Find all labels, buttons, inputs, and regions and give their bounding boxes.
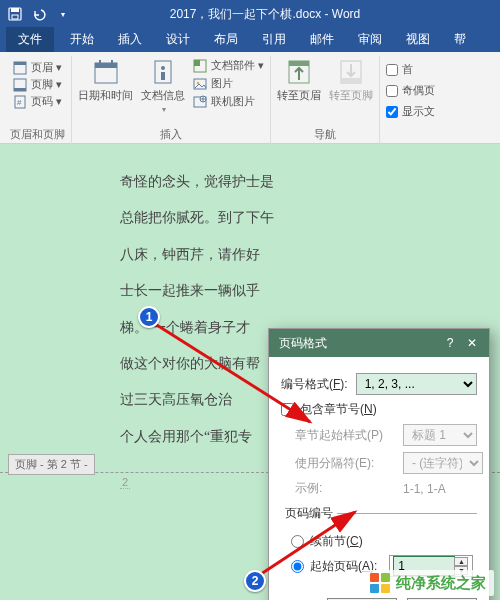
header-button[interactable]: 页眉 ▾ (13, 60, 62, 75)
example-label: 示例: (295, 480, 395, 497)
ribbon-options-group: 首 奇偶页 显示文 (380, 56, 441, 144)
dialog-titlebar[interactable]: 页码格式 ? ✕ (269, 329, 489, 357)
svg-rect-15 (161, 72, 165, 80)
tab-insert[interactable]: 插入 (106, 27, 154, 52)
dialog-close-icon[interactable]: ✕ (461, 332, 483, 354)
svg-rect-10 (95, 63, 117, 68)
pagenum-button[interactable]: #页码 ▾ (13, 94, 62, 109)
onlinepic-icon (193, 95, 207, 109)
ribbon-insert-group: 日期和时间 文档信息 文档部件 ▾ 图片 联机图片 插入 (72, 56, 271, 144)
firstpage-diff-checkbox[interactable]: 首 (386, 62, 413, 77)
tab-review[interactable]: 审阅 (346, 27, 394, 52)
footer-icon (13, 78, 27, 92)
annotation-marker-2: 2 (244, 570, 266, 592)
pagenum-icon: # (13, 95, 27, 109)
ribbon-nav-group: 转至页眉 转至页脚 导航 (271, 56, 380, 144)
tab-file[interactable]: 文件 (6, 27, 54, 52)
annotation-marker-1: 1 (138, 306, 160, 328)
svg-text:#: # (17, 98, 22, 107)
continue-radio[interactable]: 续前节(C) (291, 533, 477, 550)
svg-rect-25 (341, 78, 361, 83)
show-doc-checkbox[interactable]: 显示文 (386, 104, 435, 119)
watermark-logo-icon (370, 573, 390, 593)
watermark-text: 纯净系统之家 (396, 574, 486, 593)
svg-rect-2 (12, 15, 18, 19)
svg-rect-1 (11, 8, 19, 12)
dialog-title: 页码格式 (279, 335, 327, 352)
calendar-icon (92, 58, 120, 86)
document-area: 奇怪的念头，觉得护士是 总能把你腻死。到了下午 八床，钟西芹，请作好 士长一起推… (0, 144, 500, 600)
header-icon (13, 61, 27, 75)
tab-help[interactable]: 帮 (442, 27, 478, 52)
svg-point-14 (161, 66, 165, 70)
page-numbering-legend: 页码编号 (281, 505, 337, 522)
ribbon-group-label: 页眉和页脚 (10, 127, 65, 144)
goto-footer-button[interactable]: 转至页脚 (329, 58, 373, 103)
ribbon: 页眉 ▾ 页脚 ▾ #页码 ▾ 页眉和页脚 日期和时间 文档信息 文档部件 ▾ … (0, 52, 500, 144)
datetime-button[interactable]: 日期和时间 (78, 58, 133, 103)
number-format-select[interactable]: 1, 2, 3, ... (356, 373, 477, 395)
tab-view[interactable]: 视图 (394, 27, 442, 52)
dialog-help-icon[interactable]: ? (439, 332, 461, 354)
ribbon-group-label: 导航 (314, 127, 336, 144)
footer-section-tag: 页脚 - 第 2 节 - (8, 454, 95, 475)
svg-rect-23 (289, 61, 309, 66)
watermark: 纯净系统之家 (362, 570, 494, 596)
tab-design[interactable]: 设计 (154, 27, 202, 52)
quickparts-button[interactable]: 文档部件 ▾ (193, 58, 264, 73)
tab-layout[interactable]: 布局 (202, 27, 250, 52)
docinfo-icon (149, 58, 177, 86)
spinner-up-icon[interactable]: ▲ (454, 557, 468, 566)
ribbon-headerfooter-group: 页眉 ▾ 页脚 ▾ #页码 ▾ 页眉和页脚 (4, 56, 72, 144)
footer-section-label: 页脚 - 第 2 节 - (8, 454, 95, 475)
menu-tabs: 文件 开始 插入 设计 布局 引用 邮件 审阅 视图 帮 (0, 28, 500, 52)
separator-select: - (连字符) (403, 452, 483, 474)
svg-rect-6 (14, 88, 26, 91)
picture-icon (193, 77, 207, 91)
document-title: 2017，我们一起下个棋.docx - Word (30, 6, 500, 23)
include-chapter-checkbox[interactable]: 包含章节号(N) (281, 401, 377, 418)
quickparts-icon (193, 59, 207, 73)
goto-header-icon (285, 58, 313, 86)
separator-label: 使用分隔符(E): (295, 455, 395, 472)
goto-header-button[interactable]: 转至页眉 (277, 58, 321, 103)
chapter-style-label: 章节起始样式(P) (295, 427, 395, 444)
titlebar: ▾ 2017，我们一起下个棋.docx - Word (0, 0, 500, 28)
picture-button[interactable]: 图片 (193, 76, 233, 91)
tab-ref[interactable]: 引用 (250, 27, 298, 52)
page-number-format-dialog: 页码格式 ? ✕ 编号格式(F): 1, 2, 3, ... 包含章节号(N) … (268, 328, 490, 600)
tab-mail[interactable]: 邮件 (298, 27, 346, 52)
goto-footer-icon (337, 58, 365, 86)
number-format-label: 编号格式(F): (281, 376, 348, 393)
ribbon-group-label: 插入 (160, 127, 182, 144)
onlinepic-button[interactable]: 联机图片 (193, 94, 255, 109)
save-icon[interactable] (8, 7, 22, 21)
svg-rect-4 (14, 62, 26, 65)
footer-button[interactable]: 页脚 ▾ (13, 77, 62, 92)
docinfo-button[interactable]: 文档信息 (141, 58, 185, 114)
footer-pagenum-field[interactable]: 2 (120, 476, 130, 489)
example-value: 1-1, 1-A (403, 482, 446, 496)
chapter-style-select: 标题 1 (403, 424, 477, 446)
tab-start[interactable]: 开始 (58, 27, 106, 52)
svg-rect-17 (194, 60, 200, 66)
oddeven-checkbox[interactable]: 奇偶页 (386, 83, 435, 98)
